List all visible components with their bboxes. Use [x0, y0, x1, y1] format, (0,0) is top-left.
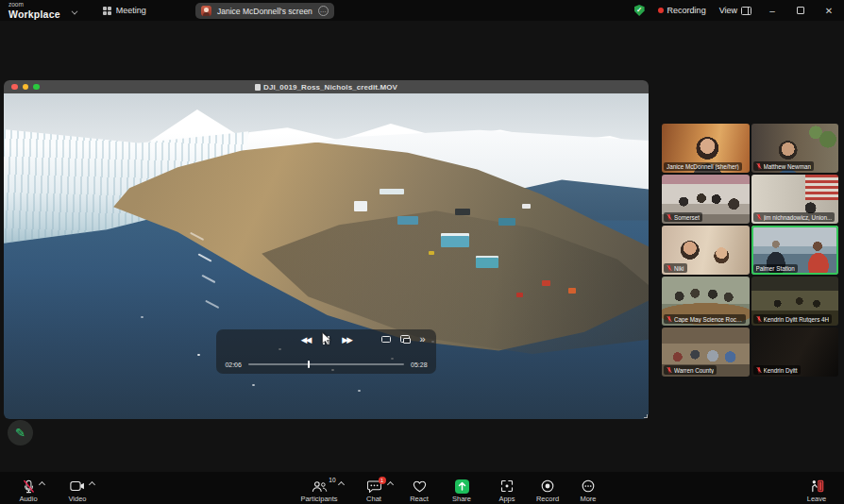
view-label: View — [719, 6, 737, 15]
scene-palmer-station-buildings — [339, 181, 629, 305]
participant-name: jim nichnadowicz, Union... — [764, 214, 833, 221]
leave-door-icon — [810, 479, 824, 493]
player-more-icon[interactable]: » — [419, 335, 425, 343]
meeting-tab-label: Meeting — [116, 6, 146, 15]
security-shield-icon[interactable]: ✓ — [634, 5, 645, 16]
participants-count: 10 — [329, 477, 335, 483]
muted-mic-icon — [756, 213, 762, 221]
participant-name: Kendrin Dyitt Rutgers 4H — [764, 316, 830, 323]
brand-zoom: zoom — [8, 2, 60, 8]
record-label: Record — [536, 496, 559, 503]
chat-button[interactable]: 1 Chat — [349, 479, 398, 503]
heart-icon — [413, 480, 427, 493]
document-icon — [255, 84, 261, 91]
shared-screen-quicktime-window: DJI_0019_Ross_Nichols_credit.MOV — [4, 80, 649, 419]
video-button[interactable]: Video — [53, 479, 102, 503]
minimize-button[interactable]: – — [765, 6, 780, 16]
participant-tile[interactable]: jim nichnadowicz, Union... — [751, 175, 839, 224]
tab-options-icon[interactable]: … — [318, 6, 329, 16]
recording-indicator: Recording — [658, 6, 706, 15]
muted-mic-icon — [756, 366, 762, 374]
airplay-icon[interactable] — [381, 336, 391, 343]
participant-name: Cape May Science Rock... — [674, 316, 743, 323]
participant-name: Janice McDonnell (she/her) — [667, 163, 739, 170]
audio-options-caret[interactable] — [40, 482, 44, 487]
muted-mic-icon — [756, 315, 762, 323]
more-button[interactable]: More — [564, 479, 613, 503]
zoom-workplace-logo: zoom Workplace — [8, 2, 60, 19]
participant-tile-active-speaker[interactable]: Palmer Station — [751, 226, 839, 275]
participant-tile[interactable]: Janice McDonnell (she/her) — [662, 124, 750, 173]
close-button[interactable]: ✕ — [821, 6, 836, 16]
quicktime-titlebar[interactable]: DJI_0019_Ross_Nichols_credit.MOV — [4, 80, 649, 93]
rewind-button[interactable]: ◀◀ — [301, 336, 311, 344]
participants-video-strip: Janice McDonnell (she/her) Matthew Newma… — [662, 124, 838, 377]
mic-muted-icon — [23, 479, 35, 494]
participant-name: Palmer Station — [756, 265, 795, 272]
more-icon — [582, 479, 595, 493]
shared-video-frame: ◀◀ ▶▶ » 02:06 05:28 — [4, 93, 649, 419]
player-playhead[interactable] — [308, 361, 310, 368]
audio-label: Audio — [19, 496, 37, 503]
window-resize-handle[interactable] — [644, 414, 648, 418]
participant-tile[interactable]: Matthew Newman — [751, 124, 839, 173]
share-icon — [455, 479, 469, 494]
participant-name: Niki — [674, 265, 684, 272]
view-button[interactable]: View — [719, 6, 751, 15]
leave-label: Leave — [807, 496, 826, 503]
top-right-controls: ✓ Recording View – ✕ — [634, 0, 836, 21]
annotate-button[interactable]: ✎ — [8, 420, 33, 445]
participants-options-caret[interactable] — [339, 482, 344, 487]
react-label: React — [410, 496, 429, 503]
elapsed-time: 02:06 — [225, 361, 242, 368]
participant-tile[interactable]: Cape May Science Rock... — [662, 277, 750, 326]
video-filename: DJI_0019_Ross_Nichols_credit.MOV — [4, 83, 649, 92]
participants-button[interactable]: 10 Participants — [295, 479, 344, 503]
participant-tile[interactable]: Kendrin Dyitt Rutgers 4H — [751, 277, 839, 326]
maximize-button[interactable] — [793, 6, 808, 16]
participant-tile[interactable]: Kendrin Dyitt — [751, 328, 839, 377]
participants-icon — [312, 480, 328, 493]
participant-name: Somerset — [674, 214, 700, 221]
chat-label: Chat — [366, 496, 381, 503]
seek-bar[interactable] — [248, 363, 404, 365]
audio-button[interactable]: Audio — [4, 479, 53, 503]
participant-name: Matthew Newman — [764, 163, 811, 170]
shared-screen-tab-label: Janice McDonnell's screen — [217, 7, 312, 16]
muted-mic-icon — [667, 315, 672, 323]
video-label: Video — [68, 496, 86, 503]
tab-meeting[interactable]: Meeting — [103, 6, 146, 15]
record-icon — [541, 479, 554, 493]
muted-mic-icon — [667, 366, 672, 374]
muted-mic-icon — [667, 264, 672, 272]
camera-icon — [70, 480, 85, 492]
participant-name: Warren County — [674, 367, 714, 374]
presenter-avatar — [201, 6, 211, 16]
fast-forward-button[interactable]: ▶▶ — [342, 336, 351, 344]
meeting-toolbar: Audio Video 10 — [0, 472, 844, 504]
apps-label: Apps — [498, 496, 515, 503]
participants-label: Participants — [300, 496, 337, 503]
participant-tile[interactable]: Somerset — [662, 175, 750, 224]
more-label: More — [580, 496, 596, 503]
apps-icon — [500, 479, 514, 493]
participant-name: Kendrin Dyitt — [764, 367, 798, 374]
muted-mic-icon — [756, 162, 762, 170]
brand-workplace: Workplace — [8, 9, 60, 20]
chat-options-caret[interactable] — [388, 482, 393, 487]
participant-tile[interactable]: Warren County — [662, 328, 750, 377]
leave-button[interactable]: Leave — [795, 479, 838, 503]
pencil-icon: ✎ — [15, 426, 25, 440]
share-screen-button[interactable]: Share — [437, 479, 486, 503]
meeting-icon — [103, 7, 111, 15]
participant-tile[interactable]: Niki — [662, 226, 750, 275]
duration-time: 05:28 — [411, 361, 428, 368]
picture-in-picture-icon[interactable] — [400, 335, 410, 343]
chevron-down-icon[interactable] — [72, 8, 78, 14]
view-layout-icon — [741, 7, 751, 15]
recording-dot-icon — [658, 8, 664, 13]
recording-label: Recording — [667, 6, 706, 15]
tab-shared-screen[interactable]: Janice McDonnell's screen … — [195, 3, 334, 19]
video-options-caret[interactable] — [90, 482, 94, 487]
top-bar: zoom Workplace Meeting Janice McDonnell'… — [0, 0, 844, 21]
